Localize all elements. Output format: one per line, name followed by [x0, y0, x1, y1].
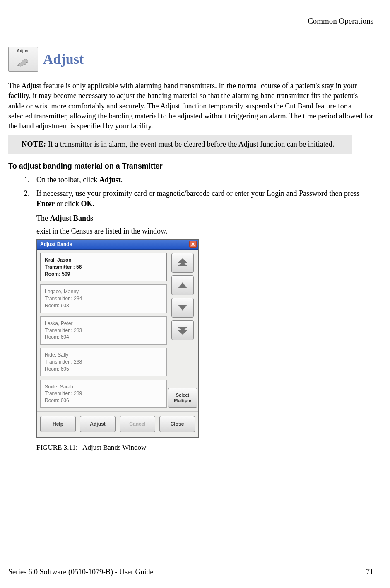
figure-caption: FIGURE 3.11: Adjust Bands Window	[36, 443, 373, 452]
wrench-icon	[15, 55, 31, 68]
help-button[interactable]: Help	[40, 416, 76, 432]
step-2: If necessary, use your proximity card or…	[31, 188, 373, 209]
page-title: Adjust	[43, 51, 84, 67]
note-label: NOTE:	[22, 140, 46, 148]
chevron-down-icon	[178, 305, 187, 311]
dialog-titlebar: Adjust Bands ✕	[37, 240, 198, 250]
adjust-button[interactable]: Adjust	[80, 416, 116, 432]
list-item[interactable]: Smile, Sarah Transmitter : 239 Room: 606	[40, 380, 167, 408]
step-2-cont-2: exist in the Census are listed in the wi…	[36, 226, 373, 236]
step-2-cont-1: The Adjust Bands	[36, 213, 373, 223]
close-icon[interactable]: ✕	[189, 241, 197, 248]
adjust-icon-label: Adjust	[17, 48, 29, 53]
cancel-button[interactable]: Cancel	[120, 416, 155, 432]
close-button[interactable]: Close	[159, 416, 195, 432]
footer-left: Series 6.0 Software (0510-1079-B) - User…	[8, 568, 153, 576]
page-header: Common Operations	[8, 17, 373, 30]
note-box: NOTE: If a transmitter is in alarm, the …	[8, 135, 352, 153]
dialog-footer: Help Adjust Cancel Close	[37, 411, 198, 437]
list-item[interactable]: Leska, Peter Transmitter : 233 Room: 604	[40, 316, 167, 345]
double-chevron-down-icon	[176, 325, 189, 335]
chevron-up-icon	[178, 282, 187, 288]
scroll-up-button[interactable]	[171, 275, 194, 295]
procedure-list: On the toolbar, click Adjust. If necessa…	[31, 175, 373, 210]
note-text: If a transmitter is in alarm, the event …	[46, 140, 335, 148]
select-multiple-button[interactable]: Select Multiple	[168, 388, 197, 408]
intro-paragraph: The Adjust feature is only applicable wi…	[8, 81, 373, 131]
page-footer: Series 6.0 Software (0510-1079-B) - User…	[8, 560, 373, 576]
list-item[interactable]: Kral, Jason Transmitter : 56 Room: 509	[40, 253, 167, 281]
adjust-toolbar-icon: Adjust	[8, 47, 38, 72]
list-item[interactable]: Ride, Sally Transmitter : 238 Room: 605	[40, 348, 167, 376]
title-row: Adjust Adjust	[8, 47, 373, 72]
list-item[interactable]: Legace, Manny Transmitter : 234 Room: 60…	[40, 284, 167, 313]
dialog-body: Kral, Jason Transmitter : 56 Room: 509 L…	[37, 250, 198, 411]
scroll-bottom-button[interactable]	[171, 320, 194, 340]
figure-wrap: Adjust Bands ✕ Kral, Jason Transmitter :…	[36, 239, 373, 452]
section-name: Common Operations	[308, 17, 373, 25]
scroll-down-button[interactable]	[171, 298, 194, 318]
step-1: On the toolbar, click Adjust.	[31, 175, 373, 185]
adjust-bands-dialog: Adjust Bands ✕ Kral, Jason Transmitter :…	[36, 239, 199, 438]
page-number: 71	[366, 568, 373, 576]
procedure-heading: To adjust banding material on a Transmit…	[8, 162, 373, 171]
patient-list: Kral, Jason Transmitter : 56 Room: 509 L…	[40, 253, 167, 408]
double-chevron-up-icon	[176, 258, 189, 267]
scroll-top-button[interactable]	[171, 253, 194, 273]
scroll-column: Select Multiple	[170, 253, 195, 408]
dialog-title: Adjust Bands	[40, 241, 72, 247]
